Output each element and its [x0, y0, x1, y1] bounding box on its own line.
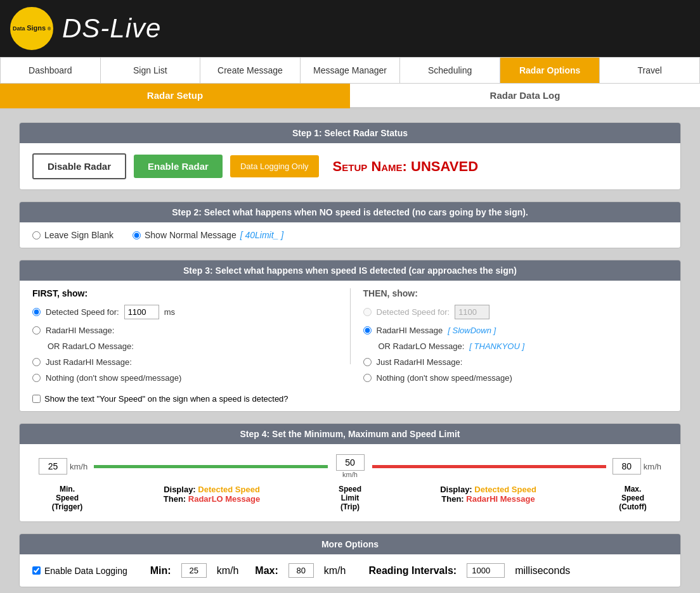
- subnav-radar-data-log[interactable]: Radar Data Log: [350, 84, 700, 108]
- step3-then-just-radarhi: Just RadarHI Message:: [363, 357, 668, 367]
- step3-divider: [350, 288, 351, 364]
- step2-section: Step 2: Select what happens when NO spee…: [19, 201, 681, 248]
- step4-header: Step 4: Set the Minimum, Maximum and Spe…: [20, 424, 680, 444]
- data-logging-only-button[interactable]: Data Logging Only: [230, 155, 319, 177]
- then-show-label: THEN, show:: [363, 288, 668, 298]
- disable-radar-button[interactable]: Disable Radar: [32, 153, 126, 179]
- nav-dashboard[interactable]: Dashboard: [0, 57, 101, 83]
- step3-then-col: THEN, show: Detected Speed for: RadarHI …: [363, 288, 668, 389]
- step3-first-radio4[interactable]: [32, 374, 41, 382]
- first-show-label: FIRST, show:: [32, 288, 337, 298]
- step3-then-radio3[interactable]: [363, 358, 372, 366]
- step4-section: Step 4: Set the Minimum, Maximum and Spe…: [19, 423, 681, 522]
- step3-then-radio4[interactable]: [363, 374, 372, 382]
- min-speed-input[interactable]: [39, 458, 67, 475]
- step2-radio1[interactable]: [32, 231, 41, 239]
- step3-then-detected: Detected Speed for:: [363, 305, 668, 319]
- enable-radar-button[interactable]: Enable Radar: [134, 155, 223, 178]
- max-speed-input[interactable]: [612, 458, 641, 475]
- more-options-header: More Options: [20, 534, 680, 554]
- sub-nav: Radar Setup Radar Data Log: [0, 84, 700, 110]
- nav-sign-list[interactable]: Sign List: [101, 57, 201, 83]
- step3-then-radio1[interactable]: [363, 308, 372, 316]
- step2-option1[interactable]: Leave Sign Blank: [32, 230, 113, 240]
- step3-first-radio1[interactable]: [32, 308, 41, 316]
- speed-limit-input[interactable]: [336, 454, 365, 471]
- step3-first-just-radarhi: Just RadarHI Message:: [32, 357, 337, 367]
- nav-travel[interactable]: Travel: [600, 57, 700, 83]
- speed-bar-row: km/h km/h km/h: [39, 454, 661, 478]
- more-min-input[interactable]: [181, 563, 207, 578]
- more-max-input[interactable]: [288, 563, 314, 578]
- step2-radio2[interactable]: [133, 231, 141, 239]
- step2-header: Step 2: Select what happens when NO spee…: [20, 202, 680, 222]
- red-speed-bar: [372, 465, 606, 468]
- setup-name-label: Setup Name: UNSAVED: [333, 158, 478, 175]
- nav-radar-options[interactable]: Radar Options: [500, 57, 600, 83]
- nav-create-message[interactable]: Create Message: [200, 57, 301, 83]
- app-title: DS-Live: [62, 13, 161, 44]
- step3-first-nothing: Nothing (don't show speed/message): [32, 373, 337, 383]
- more-options-body: Enable Data Logging Min: km/h Max: km/h …: [20, 554, 680, 587]
- step3-footer: Show the text "Your Speed" on the sign w…: [32, 394, 668, 404]
- step3-columns: FIRST, show: Detected Speed for: ms Rada…: [32, 288, 668, 389]
- nav-bar: Dashboard Sign List Create Message Messa…: [0, 57, 700, 84]
- max-speed-label: Max. Speed (Cutoff): [604, 485, 661, 511]
- left-speed-info: Display: Detected Speed Then: RadarLO Me…: [96, 485, 328, 504]
- speed-limit-label: Speed Limit (Trip): [328, 485, 372, 511]
- max-speed-group: km/h: [612, 458, 661, 475]
- step3-section: Step 3: Select what happens when speed I…: [19, 260, 681, 412]
- logo: Data Signs ®: [10, 7, 53, 50]
- min-speed-group: km/h: [39, 458, 88, 475]
- step3-first-radarlo: OR RadarLO Message:: [32, 341, 337, 351]
- step3-then-ms-input[interactable]: [455, 305, 489, 319]
- enable-logging-checkbox[interactable]: [32, 566, 41, 575]
- enable-data-logging-label[interactable]: Enable Data Logging: [32, 566, 127, 576]
- step3-first-col: FIRST, show: Detected Speed for: ms Rada…: [32, 288, 337, 389]
- step2-option2[interactable]: Show Normal Message [ 40Limit_ ]: [133, 230, 283, 240]
- more-options-section: More Options Enable Data Logging Min: km…: [19, 533, 681, 587]
- step3-first-detected: Detected Speed for: ms: [32, 305, 337, 319]
- nav-scheduling[interactable]: Scheduling: [400, 57, 500, 83]
- min-speed-label: Min. Speed (Trigger): [39, 485, 96, 511]
- step3-then-radio2[interactable]: [363, 326, 372, 335]
- step3-then-radarhi: RadarHI Message [ SlowDown ]: [363, 326, 668, 335]
- step4-body: km/h km/h km/h: [20, 444, 680, 521]
- step3-first-radarhi: RadarHI Message:: [32, 326, 337, 335]
- step3-then-radarlo: OR RadarLO Message: [ THANKYOU ]: [363, 341, 668, 351]
- step3-first-radio2[interactable]: [32, 326, 41, 335]
- step3-header: Step 3: Select what happens when speed I…: [20, 260, 680, 281]
- nav-message-manager[interactable]: Message Manager: [301, 57, 401, 83]
- step3-body: FIRST, show: Detected Speed for: ms Rada…: [20, 281, 680, 411]
- subnav-radar-setup[interactable]: Radar Setup: [0, 84, 350, 108]
- main-content: Step 1: Select Radar Status Disable Rada…: [0, 110, 700, 593]
- green-speed-bar: [94, 465, 328, 468]
- step2-body: Leave Sign Blank Show Normal Message [ 4…: [20, 222, 680, 248]
- show-your-speed-checkbox[interactable]: [32, 395, 41, 403]
- step1-header: Step 1: Select Radar Status: [20, 123, 680, 143]
- app-header: Data Signs ® DS-Live: [0, 0, 700, 57]
- speed-labels-row: Min. Speed (Trigger) Display: Detected S…: [39, 485, 661, 511]
- step3-first-ms-input[interactable]: [124, 305, 159, 319]
- speed-limit-group: km/h: [334, 454, 366, 478]
- right-speed-info: Display: Detected Speed Then: RadarHI Me…: [372, 485, 604, 504]
- reading-intervals-input[interactable]: [467, 563, 505, 578]
- step3-then-nothing: Nothing (don't show speed/message): [363, 373, 668, 383]
- step3-first-radio3[interactable]: [32, 358, 41, 366]
- step1-section: Step 1: Select Radar Status Disable Rada…: [19, 122, 681, 190]
- step1-body: Disable Radar Enable Radar Data Logging …: [20, 143, 680, 189]
